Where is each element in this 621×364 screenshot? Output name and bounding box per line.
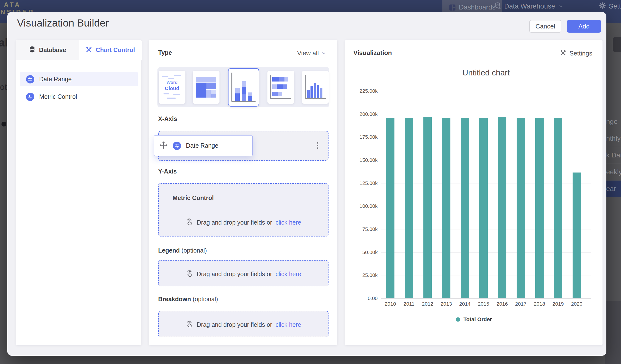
legend-heading-label: Legend (158, 247, 180, 254)
gear-icon (599, 2, 606, 11)
menu-item-partial[interactable]: nthly (605, 130, 621, 147)
breakdown-dropzone[interactable]: Drag and drop your fields or click here (158, 311, 328, 337)
y-tick-label: 100.00k (345, 203, 378, 209)
date-range-chip[interactable]: Date Range (154, 135, 253, 156)
chevron-down-icon (321, 50, 327, 57)
data-warehouse-icon (495, 2, 501, 11)
type-heading: Type (158, 49, 172, 56)
y-tick-label: 200.00k (345, 111, 378, 117)
menu-item-partial[interactable]: nge (605, 113, 621, 130)
background-table-area (605, 301, 621, 364)
chart-plot-area (381, 91, 591, 298)
field-date-range-label: Date Range (39, 76, 71, 83)
background-dropdown-menu: nge nthly k Date eekly ear (605, 113, 621, 197)
background-partial-text: al (0, 36, 8, 49)
drop-hint-text: Drag and drop your fields or (197, 219, 272, 226)
gridline (381, 91, 591, 91)
settings-button[interactable]: Settings (560, 49, 592, 58)
bar-2018 (535, 118, 544, 298)
breakdown-optional-label: (optional) (193, 296, 218, 302)
y-axis-dropzone[interactable]: Metric Control Drag and drop your fields… (158, 183, 328, 237)
nav-data-warehouse-label: Data Warehouse (504, 2, 555, 10)
bar-2013 (442, 118, 450, 298)
legend-dot (456, 317, 460, 322)
bar-2010 (386, 118, 395, 298)
drop-hint-text: Drag and drop your fields or (197, 321, 272, 328)
y-tick-label: 50.00k (345, 249, 378, 255)
chart-type-stacked-column[interactable] (228, 68, 259, 106)
y-tick-label: 125.00k (345, 180, 378, 186)
y-tick-label: 150.00k (345, 157, 378, 163)
field-sliders-icon (26, 93, 34, 101)
click-here-link[interactable]: click here (276, 271, 301, 278)
legend-optional-label: (optional) (182, 247, 207, 254)
field-date-range[interactable]: Date Range (20, 72, 138, 86)
visualization-panel: Visualization Settings Untitled chart 22… (345, 40, 603, 345)
bar-2011 (405, 118, 413, 298)
view-all-label: View all (297, 49, 319, 57)
nav-dashboards-label: Dashboards (459, 3, 496, 11)
bar-2019 (554, 118, 562, 298)
visualization-heading: Visualization (353, 49, 392, 57)
tools-icon (86, 46, 92, 54)
x-tick-label: 2020 (565, 301, 589, 307)
legend-label: Total Order (464, 316, 492, 323)
cancel-button[interactable]: Cancel (529, 20, 561, 33)
click-here-link[interactable]: click here (276, 321, 301, 328)
add-button[interactable]: Add (567, 20, 601, 33)
menu-item-partial[interactable]: k Date (605, 147, 621, 164)
database-icon (29, 46, 35, 54)
fields-panel: Database Chart Control (16, 40, 141, 345)
bar-2015 (479, 118, 488, 298)
nav-settings[interactable]: Settings (599, 0, 621, 13)
word-cloud-text2: Cloud (159, 86, 185, 91)
bar-2020 (572, 173, 581, 298)
chart-x-axis-labels: 2010201120122013201420152016201720182019… (381, 301, 591, 308)
click-here-link[interactable]: click here (276, 219, 301, 226)
field-metric-control[interactable]: Metric Control (20, 89, 138, 104)
nav-data-warehouse[interactable]: Data Warehouse (495, 0, 563, 13)
app-logo: ATA (4, 1, 21, 9)
modal-title: Visualization Builder (17, 17, 109, 29)
field-metric-control-label: Metric Control (39, 93, 77, 100)
tab-database[interactable]: Database (16, 40, 79, 60)
word-cloud-text1: Word (159, 80, 185, 85)
legend-heading: Legend (optional) (158, 247, 207, 254)
click-hand-icon (185, 269, 193, 278)
chart-title: Untitled chart (381, 68, 591, 77)
y-tick-label: 25.00k (345, 272, 378, 278)
visualization-builder-modal: Visualization Builder Cancel Add Databas… (7, 12, 606, 356)
click-hand-icon (185, 218, 193, 227)
chart-type-strip: Word Cloud (157, 67, 329, 107)
y-tick-label: 225.00k (345, 88, 378, 94)
chevron-down-icon (558, 3, 563, 11)
bar-2014 (461, 118, 469, 298)
menu-item-partial-selected[interactable]: ear (605, 181, 621, 197)
breakdown-heading: Breakdown (optional) (158, 296, 218, 303)
field-sliders-icon (26, 75, 34, 84)
bar-2017 (517, 118, 525, 298)
click-hand-icon (185, 320, 193, 329)
chart-type-treemap[interactable] (193, 71, 220, 104)
chart-builder-panel: Type View all Word Cloud (149, 40, 337, 345)
kebab-menu-icon[interactable] (317, 142, 318, 149)
view-all-dropdown[interactable]: View all (297, 49, 327, 57)
x-axis-heading: X-Axis (158, 115, 177, 122)
background-save-button-partial[interactable] (613, 37, 621, 52)
y-axis-zone-title: Metric Control (172, 194, 214, 201)
tab-chart-control[interactable]: Chart Control (79, 40, 142, 60)
y-axis-heading: Y-Axis (158, 168, 177, 175)
chart-y-axis-labels: 225.00k200.00k175.00k150.00k125.00k100.0… (345, 91, 378, 303)
chart-type-column[interactable] (302, 71, 329, 104)
move-icon (159, 141, 168, 151)
breakdown-heading-label: Breakdown (158, 296, 191, 302)
chart-type-word-cloud[interactable]: Word Cloud (159, 71, 185, 104)
chart-type-stacked-bar[interactable] (267, 71, 294, 104)
bar-2012 (423, 117, 432, 298)
nav-settings-label: Settings (609, 2, 621, 10)
y-tick-label: 175.00k (345, 134, 378, 140)
legend-dropzone[interactable]: Drag and drop your fields or click here (158, 260, 328, 286)
drop-hint-text: Drag and drop your fields or (197, 271, 272, 278)
menu-item-partial[interactable]: eekly (605, 164, 621, 181)
bar-2016 (498, 117, 506, 298)
